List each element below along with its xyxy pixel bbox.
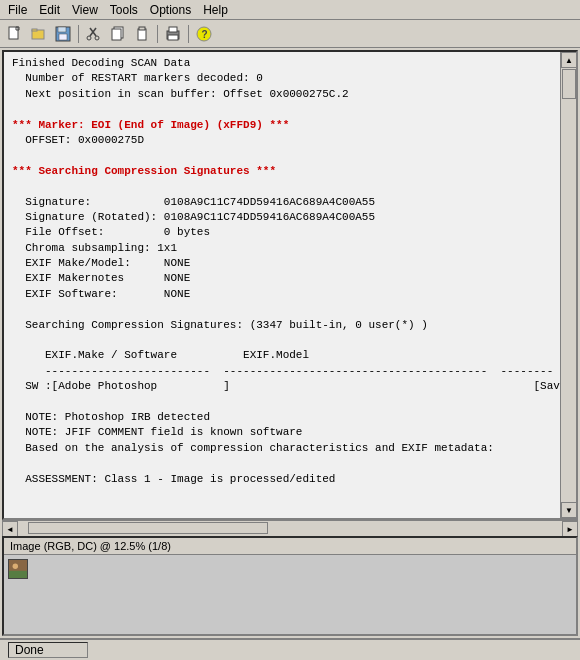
copy-button[interactable] xyxy=(107,23,129,45)
svg-rect-23 xyxy=(9,571,27,578)
new-button[interactable] xyxy=(4,23,26,45)
image-panel: Image (RGB, DC) @ 12.5% (1/8) xyxy=(2,536,578,636)
output-line: EXIF Makernotes NONE xyxy=(12,271,556,286)
menu-view[interactable]: View xyxy=(66,1,104,19)
svg-rect-17 xyxy=(169,27,177,32)
svg-rect-7 xyxy=(59,34,67,40)
scroll-thumb[interactable] xyxy=(562,69,576,99)
vertical-scrollbar[interactable]: ▲ ▼ xyxy=(560,52,576,518)
svg-rect-0 xyxy=(9,27,18,39)
save-button[interactable] xyxy=(52,23,74,45)
statusbar: Done xyxy=(0,638,580,660)
output-line-eoi: *** Marker: EOI (End of Image) (xFFD9) *… xyxy=(12,118,556,133)
scroll-right-button[interactable]: ► xyxy=(562,521,578,537)
paste-button[interactable] xyxy=(131,23,153,45)
svg-point-10 xyxy=(87,36,91,40)
scroll-h-thumb[interactable] xyxy=(28,522,268,534)
scroll-h-track[interactable] xyxy=(18,521,562,536)
output-line: NOTE: JFIF COMMENT field is known softwa… xyxy=(12,425,556,440)
output-line: EXIF Make/Model: NONE xyxy=(12,256,556,271)
scroll-track[interactable] xyxy=(561,68,576,502)
output-line xyxy=(12,148,556,163)
help-button[interactable]: ? xyxy=(193,23,215,45)
output-line xyxy=(12,456,556,471)
output-line: EXIF Software: NONE xyxy=(12,287,556,302)
svg-rect-14 xyxy=(138,29,146,40)
output-line: Next position in scan buffer: Offset 0x0… xyxy=(12,87,556,102)
menu-file[interactable]: File xyxy=(2,1,33,19)
main-area: Finished Decoding SCAN Data Number of RE… xyxy=(0,48,580,638)
svg-rect-15 xyxy=(139,27,145,30)
toolbar-sep-1 xyxy=(78,25,79,43)
output-line: EXIF.Make / Software EXIF.Model Quality xyxy=(12,348,556,363)
image-content xyxy=(4,555,576,634)
status-text: Done xyxy=(15,643,44,657)
output-panel[interactable]: Finished Decoding SCAN Data Number of RE… xyxy=(2,50,578,520)
open-button[interactable] xyxy=(28,23,50,45)
output-line xyxy=(12,395,556,410)
output-line xyxy=(12,102,556,117)
menu-options[interactable]: Options xyxy=(144,1,197,19)
output-line: Number of RESTART markers decoded: 0 xyxy=(12,71,556,86)
status-panel: Done xyxy=(8,642,88,658)
output-line xyxy=(12,179,556,194)
toolbar-sep-3 xyxy=(188,25,189,43)
menu-tools[interactable]: Tools xyxy=(104,1,144,19)
svg-rect-13 xyxy=(112,29,121,40)
scroll-left-button[interactable]: ◄ xyxy=(2,521,18,537)
svg-text:?: ? xyxy=(202,29,208,40)
scroll-up-button[interactable]: ▲ xyxy=(561,52,577,68)
toolbar: ? xyxy=(0,20,580,48)
output-line: SW :[Adobe Photoshop ] [Save As 0 xyxy=(12,379,556,394)
svg-rect-18 xyxy=(168,35,178,40)
svg-point-11 xyxy=(95,36,99,40)
output-line-searching: *** Searching Compression Signatures *** xyxy=(12,164,556,179)
menubar: File Edit View Tools Options Help xyxy=(0,0,580,20)
image-info-bar: Image (RGB, DC) @ 12.5% (1/8) xyxy=(4,538,576,555)
output-line: OFFSET: 0x0000275D xyxy=(12,133,556,148)
output-line: Chroma subsampling: 1x1 xyxy=(12,241,556,256)
output-line: ------------------------- --------------… xyxy=(12,364,556,379)
output-line: Finished Decoding SCAN Data xyxy=(12,56,556,71)
output-line xyxy=(12,333,556,348)
cut-button[interactable] xyxy=(83,23,105,45)
image-title: Image (RGB, DC) @ 12.5% (1/8) xyxy=(10,540,171,552)
menu-edit[interactable]: Edit xyxy=(33,1,66,19)
output-line: Signature: 0108A9C11C74DD59416AC689A4C00… xyxy=(12,195,556,210)
output-content: Finished Decoding SCAN Data Number of RE… xyxy=(4,52,576,518)
svg-rect-4 xyxy=(32,29,37,31)
output-line-assessment: ASSESSMENT: Class 1 - Image is processed… xyxy=(12,472,556,487)
output-line xyxy=(12,302,556,317)
svg-rect-6 xyxy=(58,27,66,32)
image-thumbnail xyxy=(8,559,28,579)
output-line: File Offset: 0 bytes xyxy=(12,225,556,240)
menu-help[interactable]: Help xyxy=(197,1,234,19)
horizontal-scrollbar[interactable]: ◄ ► xyxy=(2,520,578,536)
svg-point-22 xyxy=(13,564,18,569)
output-line: Signature (Rotated): 0108A9C11C74DD59416… xyxy=(12,210,556,225)
output-line: Searching Compression Signatures: (3347 … xyxy=(12,318,556,333)
output-line: Based on the analysis of compression cha… xyxy=(12,441,556,456)
scroll-down-button[interactable]: ▼ xyxy=(561,502,577,518)
output-line: NOTE: Photoshop IRB detected xyxy=(12,410,556,425)
print-button[interactable] xyxy=(162,23,184,45)
toolbar-sep-2 xyxy=(157,25,158,43)
